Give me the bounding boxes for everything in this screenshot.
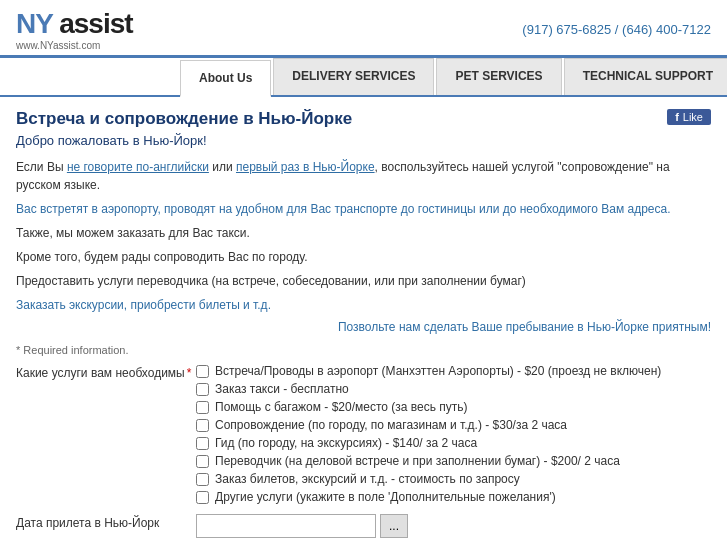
phone-number: (917) 675-6825 / (646) 400-7122	[522, 22, 711, 37]
checkbox-item-6: Заказ билетов, экскурсий и т.д. - стоимо…	[196, 472, 711, 486]
required-note: * Required information.	[16, 344, 711, 356]
arrival-content: ...	[196, 514, 711, 538]
checkbox-item-4: Гид (по городу, на экскурсиях) - $140/ з…	[196, 436, 711, 450]
service-checkbox-5[interactable]	[196, 455, 209, 468]
service-checkbox-6[interactable]	[196, 473, 209, 486]
intro-para-4: Кроме того, будем рады сопроводить Вас п…	[16, 248, 711, 266]
service-label-1: Заказ такси - бесплатно	[215, 382, 349, 396]
arrival-row: Дата прилета в Нью-Йорк ...	[16, 514, 711, 538]
service-checkbox-1[interactable]	[196, 383, 209, 396]
service-checkbox-2[interactable]	[196, 401, 209, 414]
services-label: Какие услуги вам необходимы*	[16, 364, 196, 380]
arrival-date-input[interactable]	[196, 514, 376, 538]
services-row: Какие услуги вам необходимы* Встреча/Про…	[16, 364, 711, 504]
intro-para-2: Вас встретят в аэропорту, проводят на уд…	[16, 200, 711, 218]
page-title: Встреча и сопровождение в Нью-Йорке	[16, 109, 667, 129]
service-checkbox-3[interactable]	[196, 419, 209, 432]
page-header: NY assist www.NYassist.com (917) 675-682…	[0, 0, 727, 58]
first-time-link[interactable]: первый раз в Нью-Йорке	[236, 160, 375, 174]
nav-pet[interactable]: PET SERVICES	[436, 58, 561, 95]
nav-delivery[interactable]: DELIVERY SERVICES	[273, 58, 434, 95]
welcome-text: Добро пожаловать в Нью-Йорк!	[16, 133, 667, 148]
services-checkboxes: Встреча/Проводы в аэропорт (Манхэттен Аэ…	[196, 364, 711, 504]
service-label-4: Гид (по городу, на экскурсиях) - $140/ з…	[215, 436, 477, 450]
checkbox-item-7: Другие услуги (укажите в поле 'Дополните…	[196, 490, 711, 504]
arrival-label: Дата прилета в Нью-Йорк	[16, 514, 196, 530]
intro-para-5: Предоставить услуги переводчика (на встр…	[16, 272, 711, 290]
service-label-6: Заказ билетов, экскурсий и т.д. - стоимо…	[215, 472, 520, 486]
checkbox-group: Встреча/Проводы в аэропорт (Манхэттен Аэ…	[196, 364, 711, 504]
checkbox-item-0: Встреча/Проводы в аэропорт (Манхэттен Аэ…	[196, 364, 711, 378]
nav-about-us[interactable]: About Us	[180, 60, 271, 97]
checkbox-item-2: Помощь с багажом - $20/место (за весь пу…	[196, 400, 711, 414]
main-nav: About Us DELIVERY SERVICES PET SERVICES …	[0, 58, 727, 97]
logo-ny: NY	[16, 8, 52, 39]
service-label-3: Сопровождение (по городу, по магазинам и…	[215, 418, 567, 432]
service-checkbox-0[interactable]	[196, 365, 209, 378]
intro-para-6: Заказать экскурсии, приобрести билеты и …	[16, 296, 711, 314]
service-label-0: Встреча/Проводы в аэропорт (Манхэттен Аэ…	[215, 364, 661, 378]
nav-tech[interactable]: TECHNICAL SUPPORT	[564, 58, 727, 95]
facebook-like-button[interactable]: Like	[667, 109, 711, 125]
service-checkbox-7[interactable]	[196, 491, 209, 504]
service-label-7: Другие услуги (укажите в поле 'Дополните…	[215, 490, 556, 504]
checkbox-item-5: Переводчик (на деловой встрече и при зап…	[196, 454, 711, 468]
logo-url: www.NYassist.com	[16, 40, 133, 51]
checkbox-item-3: Сопровождение (по городу, по магазинам и…	[196, 418, 711, 432]
service-label-5: Переводчик (на деловой встрече и при зап…	[215, 454, 620, 468]
intro-para-1: Если Вы не говорите по-английски или пер…	[16, 158, 711, 194]
intro-para-3: Также, мы можем заказать для Вас такси.	[16, 224, 711, 242]
main-content: Встреча и сопровождение в Нью-Йорке Добр…	[0, 97, 727, 545]
service-checkbox-4[interactable]	[196, 437, 209, 450]
service-label-2: Помощь с багажом - $20/место (за весь пу…	[215, 400, 468, 414]
date-picker-button[interactable]: ...	[380, 514, 408, 538]
promo-text: Позвольте нам сделать Ваше пребывание в …	[16, 320, 711, 334]
no-english-link[interactable]: не говорите по-английски	[67, 160, 209, 174]
logo: NY assist www.NYassist.com	[16, 8, 133, 51]
like-label: Like	[683, 111, 703, 123]
required-star: *	[187, 366, 192, 380]
logo-assist: assist	[52, 8, 132, 39]
checkbox-item-1: Заказ такси - бесплатно	[196, 382, 711, 396]
